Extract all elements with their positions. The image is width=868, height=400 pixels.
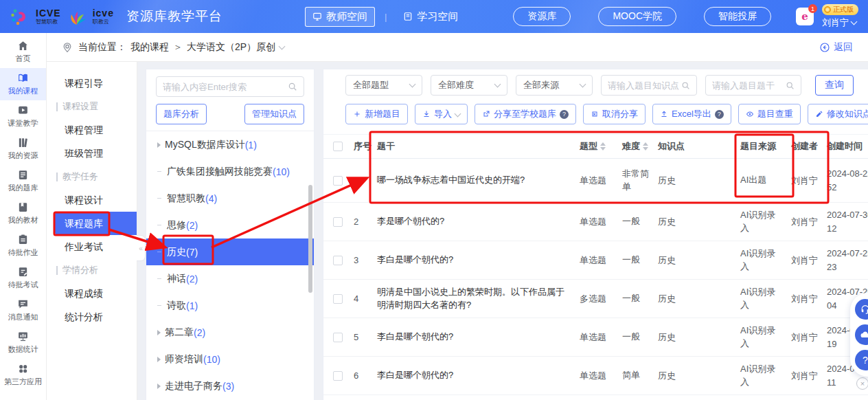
- tree-node-teacher-training[interactable]: 师资培训(10): [146, 346, 314, 373]
- cloud-app-icon[interactable]: [855, 324, 868, 345]
- student-space-tab[interactable]: 学习空间: [396, 8, 465, 26]
- row-checkbox[interactable]: [333, 294, 343, 304]
- caret-right-icon: [157, 384, 161, 389]
- knowledge-point-input[interactable]: [608, 80, 678, 91]
- sort-icons[interactable]: [643, 142, 648, 151]
- tree-node-chapter2[interactable]: 第二章(2): [146, 319, 314, 346]
- collapse-panel-handle[interactable]: «: [137, 235, 146, 261]
- row-checkbox[interactable]: [333, 371, 343, 381]
- apps-grid-icon: [17, 363, 29, 375]
- teacher-space-tab[interactable]: 教师空间: [305, 7, 375, 27]
- difficulty-select[interactable]: 全部难度: [431, 75, 507, 96]
- rail-item-pending-exams[interactable]: 待批考试: [0, 262, 46, 294]
- user-menu[interactable]: 刘肖宁: [822, 16, 856, 29]
- stem-input[interactable]: [712, 80, 783, 91]
- row-created: 2024-07-30 15:12: [827, 208, 868, 235]
- tree-node-mysql[interactable]: MySQL数据库设计(1): [146, 131, 314, 158]
- smart-cast-button[interactable]: 智能投屏: [704, 7, 771, 26]
- app-switcher-icon[interactable]: e 1: [796, 8, 814, 25]
- resource-library-button[interactable]: 资源库: [513, 7, 571, 26]
- chevron-down-icon: [580, 81, 586, 88]
- rail-item-classroom-teaching[interactable]: 课堂教学: [0, 100, 46, 133]
- back-arrow-icon: [819, 42, 830, 53]
- select-all-checkbox[interactable]: [333, 142, 343, 151]
- menu-item-statistical-analysis[interactable]: 统计分析: [47, 305, 137, 329]
- menu-item-course-question-bank[interactable]: 课程题库: [55, 212, 137, 235]
- breadcrumb-my-courses[interactable]: 我的课程: [130, 41, 169, 54]
- app-title: 资源库教学平台: [126, 8, 222, 25]
- menu-item-course-guide[interactable]: 课程引导: [47, 71, 137, 95]
- table-row[interactable]: 5 李白是哪个朝代的? 单选题 一般 历史 AI识别录入 刘肖宁 2024-07…: [323, 318, 868, 357]
- manage-knowledge-points-button[interactable]: 管理知识点: [244, 104, 304, 124]
- modify-knowledge-points-button[interactable]: 修改知识点: [808, 104, 868, 124]
- back-button[interactable]: 返回: [819, 41, 853, 54]
- rail-item-my-resources[interactable]: 我的资源: [0, 133, 46, 165]
- question-bank-analysis-button[interactable]: 题库分析: [156, 104, 207, 124]
- col-difficulty-sortable[interactable]: 难度: [622, 140, 658, 153]
- add-question-button[interactable]: 新增题目: [345, 104, 408, 124]
- excel-export-button[interactable]: Excel导出 ?: [652, 104, 731, 124]
- customer-service-icon[interactable]: [855, 299, 868, 320]
- rail-item-my-courses[interactable]: 我的课程: [0, 68, 46, 100]
- help-icon[interactable]: ?: [715, 110, 724, 119]
- tree-node-guangtie[interactable]: 广铁集团接触网技能竞赛(10): [146, 158, 314, 185]
- table-row[interactable]: 2 李是哪个朝代的? 单选题 一般 历史 AI识别录入 刘肖宁 2024-07-…: [323, 203, 868, 241]
- rail-item-messages[interactable]: 消息通知: [0, 294, 46, 326]
- menu-item-course-management[interactable]: 课程管理: [47, 118, 137, 142]
- duplicate-check-button[interactable]: 题目查重: [738, 104, 801, 124]
- sort-icons[interactable]: [600, 142, 606, 151]
- menu-section-teaching-tasks: 教学任务: [47, 165, 137, 188]
- chevron-down-icon: [851, 19, 858, 25]
- mini-close-icon[interactable]: ×: [856, 377, 868, 390]
- menu-section-learning-analysis: 学情分析: [47, 258, 137, 282]
- menu-item-course-grades[interactable]: 课程成绩: [47, 282, 137, 305]
- rail-item-third-party-apps[interactable]: 第三方应用: [0, 359, 46, 391]
- menu-item-course-design[interactable]: 课程设计: [47, 188, 137, 212]
- table-row[interactable]: 3 李白是哪个朝代的? 单选题 一般 历史 AI识别录入 刘肖宁 2024-07…: [323, 241, 868, 280]
- row-creator: 刘肖宁: [791, 254, 827, 267]
- tree-node-zhihuizhijiao[interactable]: 智慧职教(4): [146, 185, 314, 212]
- row-checkbox[interactable]: [333, 333, 343, 342]
- row-checkbox[interactable]: [333, 217, 343, 227]
- tree-search-input[interactable]: [163, 82, 284, 92]
- chevron-down-icon[interactable]: [279, 43, 286, 49]
- cancel-share-button[interactable]: 取消分享: [583, 104, 646, 124]
- rail-item-my-question-bank[interactable]: 我的题库: [0, 165, 46, 197]
- row-source: AI识别录入: [740, 324, 783, 349]
- tree-node-sixiu[interactable]: 思修(2): [146, 212, 314, 238]
- menu-item-homework-exam[interactable]: 作业考试: [47, 235, 137, 258]
- rail-item-my-textbooks[interactable]: 我的教材: [0, 197, 46, 230]
- table-row[interactable]: 4 明清是中国小说史上的繁荣时期。以下作品属于明清时期四大名著的有? 多选题 一…: [323, 280, 868, 318]
- rail-item-data-statistics[interactable]: 数据统计: [0, 326, 46, 359]
- row-stem: 李白是哪个朝代的?: [377, 254, 580, 267]
- question-type-select[interactable]: 全部题型: [345, 75, 422, 96]
- tree-node-poetry[interactable]: 诗歌(1): [146, 292, 314, 319]
- tree-node-history-selected[interactable]: 历史(7): [146, 238, 314, 265]
- row-knowledge: 历史: [658, 370, 740, 382]
- row-checkbox[interactable]: [333, 176, 343, 186]
- row-source: AI识别录入: [740, 209, 783, 234]
- tree-node-myth[interactable]: 神话(2): [146, 265, 314, 292]
- tree-scrollbar[interactable]: [308, 185, 312, 293]
- menu-item-class-management[interactable]: 班级管理: [47, 142, 137, 165]
- table-row[interactable]: 6 李白是哪个朝代的? 单选题 简单 历史 AI识别录入 刘肖宁 2024-07…: [323, 357, 868, 395]
- row-checkbox[interactable]: [333, 256, 343, 265]
- help-question-icon[interactable]: ?: [855, 350, 868, 370]
- rail-item-home[interactable]: 首页: [0, 36, 46, 68]
- source-select[interactable]: 全部来源: [516, 75, 593, 96]
- medal-icon: [824, 6, 831, 13]
- rail-item-pending-homework[interactable]: 待批作业: [0, 230, 46, 262]
- tree-node-ecommerce[interactable]: 走进电子商务(3): [146, 373, 314, 399]
- import-button[interactable]: 导入: [415, 104, 468, 124]
- mooc-college-button[interactable]: MOOC学院: [598, 7, 676, 26]
- table-row[interactable]: 1 哪一场战争标志着中国近代史的开端? 单选题 非常简单 历史 AI出题 刘肖宁…: [323, 159, 868, 203]
- query-button[interactable]: 查询: [815, 75, 854, 96]
- table-row[interactable]: 唐太宗时期，政治清明，国力强盛中称 excel导 2024-07-25 1: [323, 395, 868, 400]
- filter-row: 全部题型 全部难度 全部来源 查询: [323, 69, 868, 96]
- help-icon[interactable]: ?: [560, 110, 569, 119]
- share-to-school-bank-button[interactable]: 分享至学校题库 ?: [475, 104, 576, 124]
- cancel-share-icon: [591, 110, 599, 118]
- breadcrumb-current-course[interactable]: 大学语文（2P）原创: [187, 41, 275, 54]
- col-type-sortable[interactable]: 题型: [580, 140, 622, 153]
- chevron-down-icon: [455, 110, 461, 117]
